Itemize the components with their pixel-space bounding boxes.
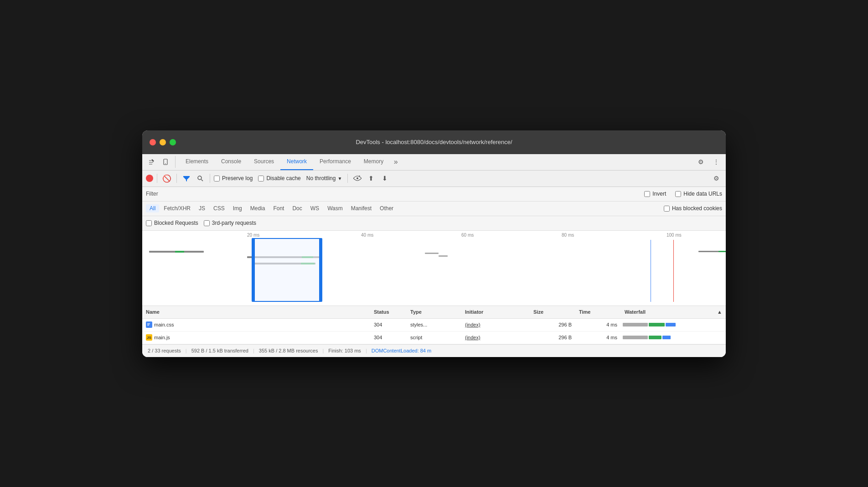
close-button[interactable]: [150, 139, 156, 145]
filter-media[interactable]: Media: [247, 204, 269, 212]
finish-time: Finish: 103 ms: [328, 348, 361, 353]
network-conditions-button[interactable]: [351, 172, 363, 184]
cell-type-css: styles...: [407, 322, 461, 327]
filter-js[interactable]: JS: [195, 204, 209, 212]
has-blocked-cookies-label[interactable]: Has blocked cookies: [664, 205, 722, 212]
col-time[interactable]: Time: [575, 309, 621, 315]
waterfall-overview[interactable]: 20 ms 40 ms 60 ms 80 ms 100 ms: [142, 231, 726, 306]
filter-manifest[interactable]: Manifest: [347, 204, 375, 212]
tab-elements[interactable]: Elements: [179, 154, 215, 170]
filter-label: Filter: [146, 191, 158, 197]
dom-content-loaded: DOMContentLoaded: 84 m: [372, 348, 431, 353]
device-icon[interactable]: [160, 156, 171, 168]
disable-cache-checkbox-label[interactable]: Disable cache: [258, 175, 300, 181]
mini-bar-60ms: [425, 253, 439, 254]
cell-status-js: 304: [370, 335, 407, 340]
waterfall-gray-bar: [623, 323, 648, 326]
network-settings-button[interactable]: ⚙: [710, 172, 722, 184]
col-size[interactable]: Size: [530, 309, 575, 315]
inspector-icon[interactable]: [146, 156, 158, 168]
table-row[interactable]: main.css 304 styles... (index) 296 B 4 m…: [142, 319, 726, 332]
cell-initiator-css: (index): [461, 322, 530, 327]
mini-bar-1-green: [175, 251, 184, 253]
tab-console[interactable]: Console: [215, 154, 248, 170]
cell-type-js: script: [407, 335, 461, 340]
tabs-bar: Elements Console Sources Network Perform…: [142, 154, 726, 171]
filter-icon-button[interactable]: [181, 172, 192, 184]
filter-ws[interactable]: WS: [307, 204, 323, 212]
preserve-log-checkbox-label[interactable]: Preserve log: [214, 175, 253, 181]
third-party-checkbox-label[interactable]: 3rd-party requests: [204, 220, 256, 226]
col-name[interactable]: Name: [142, 309, 370, 315]
filter-css[interactable]: CSS: [210, 204, 228, 212]
disable-cache-checkbox[interactable]: [258, 176, 264, 181]
tab-network[interactable]: Network: [280, 154, 313, 170]
filter-doc[interactable]: Doc: [289, 204, 305, 212]
js-file-icon: JS: [146, 334, 152, 341]
tab-performance[interactable]: Performance: [313, 154, 357, 170]
more-tabs-button[interactable]: »: [390, 156, 402, 168]
filter-types-bar: All Fetch/XHR JS CSS Img Media Font Doc …: [142, 202, 726, 216]
hide-data-urls-checkbox[interactable]: [675, 191, 681, 197]
waterfall-selection[interactable]: [252, 238, 322, 302]
cell-initiator-js: (index): [461, 335, 530, 340]
preserve-log-checkbox[interactable]: [214, 176, 220, 181]
network-toolbar: 🚫 Preserve log Disable cache: [142, 171, 726, 187]
tab-memory[interactable]: Memory: [357, 154, 390, 170]
filter-bar: Filter Invert Hide data URLs: [142, 187, 726, 202]
table-header: Name Status Type Initiator Size Time Wat…: [142, 306, 726, 319]
filter-font[interactable]: Font: [269, 204, 288, 212]
selection-handle-right[interactable]: [319, 239, 322, 301]
selection-handle-left[interactable]: [252, 239, 255, 301]
import-har-button[interactable]: ⬆: [365, 172, 377, 184]
cell-status-css: 304: [370, 322, 407, 327]
invert-checkbox-label[interactable]: Invert: [644, 191, 666, 197]
cell-size-css: 296 B: [530, 322, 575, 327]
col-status[interactable]: Status: [370, 309, 407, 315]
settings-button[interactable]: ⚙: [695, 156, 707, 168]
minimize-button[interactable]: [160, 139, 166, 145]
hide-data-urls-checkbox-label[interactable]: Hide data URLs: [675, 191, 722, 197]
separator: [347, 174, 348, 183]
resources-size: 355 kB / 2.8 MB resources: [259, 348, 318, 353]
filter-img[interactable]: Img: [229, 204, 246, 212]
clear-button[interactable]: 🚫: [161, 172, 173, 184]
blocked-requests-checkbox-label[interactable]: Blocked Requests: [146, 220, 198, 226]
search-button[interactable]: [194, 172, 206, 184]
cell-name-js: JS main.js: [142, 334, 370, 341]
time-100ms: 100 ms: [666, 233, 682, 238]
third-party-checkbox[interactable]: [204, 220, 210, 226]
transferred-size: 592 B / 1.5 kB transferred: [191, 348, 248, 353]
record-button[interactable]: [146, 175, 153, 182]
blocked-requests-checkbox[interactable]: [146, 220, 152, 226]
tab-sources[interactable]: Sources: [248, 154, 280, 170]
sort-icon[interactable]: ▲: [712, 309, 726, 315]
col-type[interactable]: Type: [407, 309, 461, 315]
filter-all[interactable]: All: [146, 204, 159, 212]
filter-wasm[interactable]: Wasm: [324, 204, 346, 212]
devtools-body: Elements Console Sources Network Perform…: [142, 154, 726, 357]
export-har-button[interactable]: ⬇: [379, 172, 391, 184]
invert-checkbox[interactable]: [644, 191, 650, 197]
time-80ms: 80 ms: [562, 233, 574, 238]
cell-size-js: 296 B: [530, 335, 575, 340]
network-table: Name Status Type Initiator Size Time Wat…: [142, 306, 726, 344]
throttle-select[interactable]: No throttling ▼: [305, 174, 344, 182]
time-40ms: 40 ms: [361, 233, 373, 238]
mini-bar-60ms-2: [439, 255, 448, 257]
svg-rect-7: [147, 325, 149, 326]
svg-line-3: [202, 180, 203, 181]
col-initiator[interactable]: Initiator: [461, 309, 530, 315]
filter-fetch-xhr[interactable]: Fetch/XHR: [160, 204, 194, 212]
svg-point-4: [356, 177, 358, 179]
selection-bg: [253, 239, 321, 301]
maximize-button[interactable]: [170, 139, 176, 145]
filter-other[interactable]: Other: [376, 204, 397, 212]
has-blocked-cookies-checkbox[interactable]: [664, 206, 670, 212]
separator: [210, 174, 210, 183]
table-row[interactable]: JS main.js 304 script (index) 296 B 4 ms: [142, 332, 726, 344]
more-options-button[interactable]: ⋮: [710, 156, 722, 168]
col-waterfall[interactable]: Waterfall: [621, 309, 712, 315]
cell-time-js: 4 ms: [575, 335, 621, 340]
mini-bar-far-right-green: [718, 251, 726, 252]
